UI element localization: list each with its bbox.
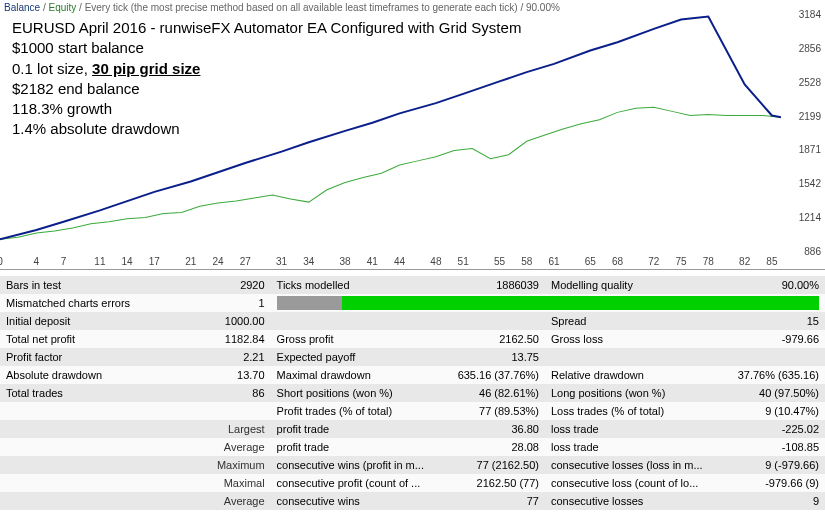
overlay-title: EURUSD April 2016 - runwiseFX Automator … xyxy=(12,18,521,38)
stat-value: 13.75 xyxy=(452,348,545,366)
chart-topstrip: Balance / Equity / Every tick (the most … xyxy=(0,0,825,15)
stats-row: Mismatched charts errors1 xyxy=(0,294,825,312)
stats-row: Bars in test2920Ticks modelled1886039Mod… xyxy=(0,276,825,294)
y-tick: 2199 xyxy=(799,110,821,121)
y-tick: 1871 xyxy=(799,144,821,155)
y-tick: 3184 xyxy=(799,9,821,20)
stat-value: 36.80 xyxy=(452,420,545,438)
stat-value: 40 (97.50%) xyxy=(726,384,825,402)
stat-label xyxy=(271,312,452,330)
stat-value: 9 (10.47%) xyxy=(726,402,825,420)
x-tick: 65 xyxy=(585,256,596,267)
stat-value xyxy=(726,348,825,366)
y-tick: 886 xyxy=(804,246,821,257)
x-tick: 55 xyxy=(494,256,505,267)
stat-label: Relative drawdown xyxy=(545,366,726,384)
stat-label: Absolute drawdown xyxy=(0,366,140,384)
y-tick: 1542 xyxy=(799,178,821,189)
y-tick: 2856 xyxy=(799,42,821,53)
tick-method-label: Every tick (the most precise method base… xyxy=(85,2,518,13)
stat-value: 77 xyxy=(452,492,545,510)
x-tick: 27 xyxy=(240,256,251,267)
stat-value: 1886039 xyxy=(452,276,545,294)
stat-value: 15 xyxy=(726,312,825,330)
y-tick: 1214 xyxy=(799,212,821,223)
x-tick: 61 xyxy=(548,256,559,267)
quality-bar-gray xyxy=(277,296,342,310)
stat-label: Profit trades (% of total) xyxy=(271,402,452,420)
stat-value: 2162.50 (77) xyxy=(452,474,545,492)
x-tick: 31 xyxy=(276,256,287,267)
x-tick: 75 xyxy=(676,256,687,267)
stat-label: consecutive losses (loss in m... xyxy=(545,456,726,474)
stat-value: 46 (82.61%) xyxy=(452,384,545,402)
stat-label xyxy=(0,420,140,438)
x-tick: 48 xyxy=(430,256,441,267)
stat-label: consecutive profit (count of ... xyxy=(271,474,452,492)
modelling-quality-bar-cell xyxy=(271,294,825,312)
x-tick: 44 xyxy=(394,256,405,267)
stat-label: profit trade xyxy=(271,438,452,456)
stat-value: 77 (89.53%) xyxy=(452,402,545,420)
x-tick: 4 xyxy=(34,256,40,267)
stat-label: Expected payoff xyxy=(271,348,452,366)
quality-bar-green xyxy=(342,296,819,310)
stat-value: 1 xyxy=(140,294,270,312)
stat-sublabel: Average xyxy=(140,438,270,456)
overlay-start-balance: $1000 start balance xyxy=(12,38,521,58)
stats-row: Initial deposit1000.00Spread15 xyxy=(0,312,825,330)
stat-label: Profit factor xyxy=(0,348,140,366)
stats-table: Bars in test2920Ticks modelled1886039Mod… xyxy=(0,276,825,510)
x-tick: 68 xyxy=(612,256,623,267)
stat-label: consecutive wins (profit in m... xyxy=(271,456,452,474)
quality-bar xyxy=(277,296,819,310)
stat-value xyxy=(140,402,270,420)
x-tick: 85 xyxy=(766,256,777,267)
stat-value: 37.76% (635.16) xyxy=(726,366,825,384)
stat-value: -979.66 (9) xyxy=(726,474,825,492)
overlay-growth: 118.3% growth xyxy=(12,99,521,119)
stat-sublabel: Maximum xyxy=(140,456,270,474)
x-tick: 7 xyxy=(61,256,67,267)
stat-value: 1182.84 xyxy=(140,330,270,348)
y-axis: 8861214154218712199252828563184 xyxy=(783,14,825,251)
x-tick: 51 xyxy=(458,256,469,267)
stat-label xyxy=(0,474,140,492)
stat-value: 28.08 xyxy=(452,438,545,456)
stats-row: Profit trades (% of total)77 (89.53%)Los… xyxy=(0,402,825,420)
stats-table-el: Bars in test2920Ticks modelled1886039Mod… xyxy=(0,276,825,510)
stat-label: Gross loss xyxy=(545,330,726,348)
stat-label xyxy=(0,438,140,456)
equity-legend-label: Equity xyxy=(48,2,76,13)
stat-label: Long positions (won %) xyxy=(545,384,726,402)
stat-label: Gross profit xyxy=(271,330,452,348)
stat-sublabel: Average xyxy=(140,492,270,510)
stat-label: Total net profit xyxy=(0,330,140,348)
y-tick: 2528 xyxy=(799,76,821,87)
x-tick: 21 xyxy=(185,256,196,267)
stat-label: Spread xyxy=(545,312,726,330)
overlay-drawdown: 1.4% absolute drawdown xyxy=(12,119,521,139)
balance-legend-label: Balance xyxy=(4,2,40,13)
stats-row: Averageconsecutive wins77consecutive los… xyxy=(0,492,825,510)
stats-row: Profit factor2.21Expected payoff13.75 xyxy=(0,348,825,366)
stats-row: Maximalconsecutive profit (count of ...2… xyxy=(0,474,825,492)
stat-label: Ticks modelled xyxy=(271,276,452,294)
modelling-quality-label: 90.00% xyxy=(526,2,560,13)
chart-area: Balance / Equity / Every tick (the most … xyxy=(0,0,825,270)
stat-label: Maximal drawdown xyxy=(271,366,452,384)
stat-value: 9 xyxy=(726,492,825,510)
stat-value: 77 (2162.50) xyxy=(452,456,545,474)
x-tick: 41 xyxy=(367,256,378,267)
stat-label: Modelling quality xyxy=(545,276,726,294)
x-tick: 11 xyxy=(94,256,105,267)
x-tick: 24 xyxy=(212,256,223,267)
stat-value: 2.21 xyxy=(140,348,270,366)
stat-label: Short positions (won %) xyxy=(271,384,452,402)
stat-value: 2920 xyxy=(140,276,270,294)
stat-label xyxy=(0,456,140,474)
x-tick: 82 xyxy=(739,256,750,267)
overlay-grid-size: 30 pip grid size xyxy=(92,60,200,77)
stat-label: loss trade xyxy=(545,420,726,438)
overlay-annotation: EURUSD April 2016 - runwiseFX Automator … xyxy=(12,18,521,140)
